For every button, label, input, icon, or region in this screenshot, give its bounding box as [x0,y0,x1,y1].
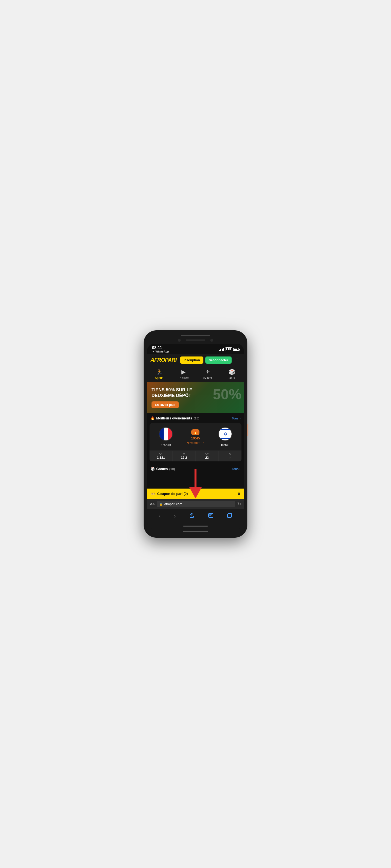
israel-stripe-top [220,429,231,430]
signal-bars [219,348,224,351]
tab-aviator[interactable]: ✈ Aviator [196,366,220,382]
jeux-icon: 🎲 [229,369,235,375]
signal-bar-1 [219,350,220,351]
browser-back-button[interactable]: ‹ [157,512,162,520]
odd-x-label: X [183,453,185,456]
france-team-name: France [161,443,171,446]
games-title-text: Games [156,467,168,471]
match-time: 19:45 [191,436,200,440]
odd-more-arrow: › [230,456,231,459]
signal-bar-3 [222,349,223,351]
browser-share-button[interactable] [187,512,196,521]
odd-more-label: V [229,453,231,456]
header-buttons: Inscription Seconnecter ⋮ [180,356,241,364]
status-time: 08:11 [152,346,169,350]
aviator-icon: ✈ [205,369,210,375]
fire-badge: 🔥 [191,429,199,435]
browser-bookmarks-button[interactable] [206,512,216,521]
lock-icon: 🔒 [159,502,163,506]
status-left: 08:11 ◄ WhatsApp [152,346,169,353]
tab-aviator-label: Aviator [203,376,212,380]
app-logo: AFROPARI [150,357,176,363]
tab-sports[interactable]: 🏃 Sports [147,366,171,382]
games-all-link[interactable]: Tous › [232,467,241,471]
match-top: France 🔥 19:45 Novembre 14 ✡ [149,423,242,451]
odd-more[interactable]: V › [219,451,242,461]
odd-x-value: 12.2 [181,456,187,459]
browser-nav: ‹ › [147,509,244,523]
status-notification: ◄ WhatsApp [152,350,169,353]
side-button [247,424,248,436]
events-section-header: 🔥 Meilleurs événements (15) Tous › [147,413,244,423]
banner-percent: 50% [213,386,242,402]
phone-screen: 08:11 ◄ WhatsApp LTE AFROPARI Inscr [147,344,244,529]
odd-v2[interactable]: V2 23 [196,451,219,461]
inscription-button[interactable]: Inscription [180,356,203,364]
israel-team-name: Israël [221,443,229,446]
banner-title: TIENS 50% SUR LE DEUXIÈME DÉPÔT [151,387,200,399]
odd-v1[interactable]: V1 1.121 [149,451,172,461]
lte-label: LTE [225,347,232,351]
team-france: France [159,427,173,446]
coupon-value: 0 [238,492,240,496]
fire-emoji: 🔥 [150,416,155,420]
odds-row: V1 1.121 X 12.2 V2 23 V › [149,451,242,461]
svg-marker-1 [189,487,202,498]
events-count: (15) [194,416,199,420]
browser-aa-label: AA [150,502,155,506]
browser-forward-button[interactable]: › [172,512,178,520]
games-count: (10) [169,467,175,471]
tab-jeux-label: Jeux [229,376,235,380]
dice-icon: 🎲 [150,467,155,471]
browser-url-text: afropari.com [164,502,182,506]
phone-device: 08:11 ◄ WhatsApp LTE AFROPARI Inscr [144,330,247,538]
match-card: France 🔥 19:45 Novembre 14 ✡ [149,423,242,461]
camera-area [147,339,244,342]
tab-sports-label: Sports [155,376,164,380]
events-all-link[interactable]: Tous › [232,416,241,420]
tab-en-direct-label: En direct [177,376,189,380]
browser-bar: AA 🔒 afropari.com ↻ [147,499,244,509]
promo-banner: TIENS 50% SUR LE DEUXIÈME DÉPÔT 50% En s… [147,382,244,413]
odd-v2-value: 23 [205,456,208,459]
signal-bar-2 [220,349,221,351]
odd-v1-value: 1.121 [157,456,165,459]
nav-tabs: 🏃 Sports ▶ En direct ✈ Aviator 🎲 Jeux [147,366,244,382]
match-date: Novembre 14 [187,441,204,445]
tab-jeux[interactable]: 🎲 Jeux [220,366,244,382]
home-bar [183,526,208,527]
bottom-pill [183,531,208,532]
battery-fill [234,349,237,350]
events-title: 🔥 Meilleurs événements (15) [150,416,199,420]
israel-flag: ✡ [218,427,232,441]
tab-en-direct[interactable]: ▶ En direct [171,366,196,382]
odd-v1-label: V1 [159,453,162,456]
israel-flag-colors: ✡ [219,428,231,440]
camera-dot-left [178,339,181,342]
menu-dots-icon[interactable]: ⋮ [233,357,241,363]
speaker [186,339,205,341]
browser-tabs-button[interactable] [225,512,234,521]
coupon-label: Coupon de pari (0) [157,492,188,496]
match-center: 🔥 19:45 Novembre 14 [187,429,204,445]
en-direct-icon: ▶ [181,369,186,375]
games-title: 🎲 Games (10) [150,467,175,471]
battery [233,348,239,351]
fire-badge-icon: 🔥 [193,430,197,434]
events-title-text: Meilleurs événements [156,416,192,420]
coupon-left: 🎫 Coupon de pari (0) [151,492,188,496]
france-flag [159,427,173,441]
odd-x[interactable]: X 12.2 [172,451,196,461]
savoir-plus-button[interactable]: En savoir plus [151,401,179,408]
browser-refresh-icon[interactable]: ↻ [237,501,241,507]
sports-icon: 🏃 [156,369,163,375]
seconnecter-button[interactable]: Seconnecter [205,356,231,364]
star-of-david-icon: ✡ [223,432,227,436]
red-arrow-icon [188,469,203,498]
signal-bar-4 [223,348,224,351]
notch-bar [181,335,210,336]
browser-url-bar[interactable]: 🔒 afropari.com [157,501,235,507]
home-indicator [147,523,244,529]
odd-v2-label: V2 [205,453,208,456]
status-right: LTE [219,347,239,351]
